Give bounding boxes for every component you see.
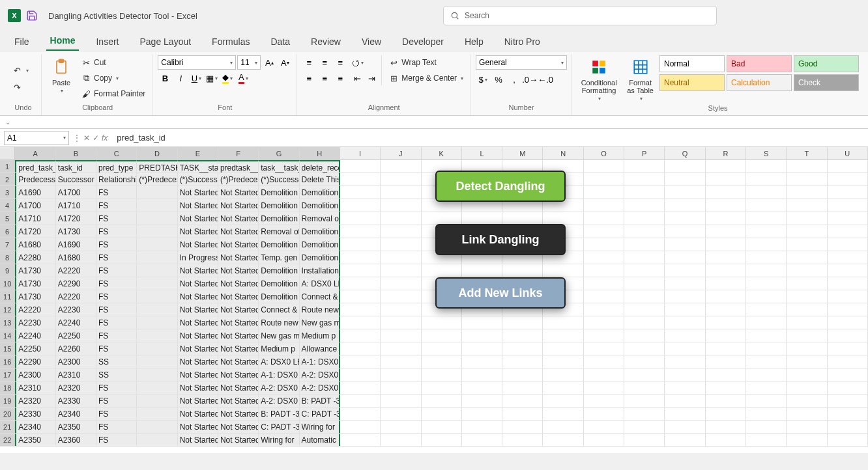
- cell[interactable]: A2220: [56, 290, 96, 303]
- cell[interactable]: [665, 199, 705, 212]
- cell[interactable]: [706, 290, 746, 303]
- cell[interactable]: [787, 381, 827, 394]
- cell[interactable]: [746, 421, 787, 433]
- cell[interactable]: [624, 264, 665, 277]
- cell[interactable]: [665, 303, 705, 316]
- cell[interactable]: [665, 329, 705, 342]
- cell[interactable]: [746, 303, 787, 316]
- cell[interactable]: Successor: [56, 173, 96, 186]
- cell[interactable]: A2330: [56, 394, 96, 407]
- cell[interactable]: FS: [96, 342, 137, 355]
- cell[interactable]: [137, 408, 177, 420]
- link-dangling-button[interactable]: Link Dangling: [435, 224, 566, 255]
- col-header-K[interactable]: K: [422, 147, 462, 159]
- cell[interactable]: [543, 264, 583, 277]
- cell[interactable]: [137, 316, 177, 329]
- cell[interactable]: A2240: [56, 316, 96, 329]
- cell[interactable]: [787, 238, 827, 251]
- cell[interactable]: Not Started: [178, 381, 218, 394]
- cell[interactable]: Relationship: [96, 173, 137, 186]
- cell[interactable]: [462, 394, 502, 407]
- cell[interactable]: Not Started: [218, 381, 259, 394]
- cell[interactable]: Not Started: [178, 186, 218, 199]
- formula-input[interactable]: pred_task_id: [111, 133, 868, 143]
- cell[interactable]: A2300: [56, 355, 96, 368]
- cell[interactable]: [422, 394, 462, 407]
- shrink-font-button[interactable]: A▾: [278, 55, 292, 70]
- cell[interactable]: Demolition: [300, 225, 340, 238]
- cell[interactable]: [502, 368, 543, 381]
- cell[interactable]: [787, 421, 827, 433]
- row-header[interactable]: 13: [0, 316, 15, 329]
- cell[interactable]: A2310: [15, 381, 55, 394]
- cell[interactable]: [381, 212, 421, 225]
- cell[interactable]: [381, 342, 421, 355]
- cell[interactable]: Wiring for: [300, 421, 340, 433]
- cell[interactable]: Not Started: [178, 199, 218, 212]
- fx-dropdown-icon[interactable]: ⋮: [73, 133, 81, 143]
- cell[interactable]: [665, 264, 705, 277]
- cell[interactable]: Not Started: [178, 355, 218, 368]
- row-header[interactable]: 10: [0, 277, 15, 290]
- cell[interactable]: Not Started: [218, 394, 259, 407]
- cell[interactable]: A2250: [56, 329, 96, 342]
- cell[interactable]: [340, 186, 381, 199]
- tab-insert[interactable]: Insert: [92, 34, 123, 51]
- increase-indent-button[interactable]: ⇥: [364, 71, 379, 85]
- cell[interactable]: [787, 225, 827, 238]
- cell[interactable]: SS: [96, 368, 137, 381]
- cell[interactable]: A2340: [56, 408, 96, 420]
- col-header-Q[interactable]: Q: [665, 147, 705, 159]
- col-header-C[interactable]: C: [96, 147, 137, 159]
- cell[interactable]: [746, 394, 787, 407]
- cell[interactable]: Not Started: [218, 355, 259, 368]
- cell[interactable]: Medium p: [300, 329, 340, 342]
- cell[interactable]: A2280: [15, 251, 55, 264]
- cell[interactable]: Connect &: [259, 303, 299, 316]
- underline-button[interactable]: U▾: [189, 71, 203, 85]
- cell[interactable]: Not Started: [218, 212, 259, 225]
- grow-font-button[interactable]: A▴: [262, 55, 276, 70]
- cell[interactable]: A1700: [15, 199, 55, 212]
- cell[interactable]: [746, 408, 787, 420]
- align-center-button[interactable]: ≡: [317, 71, 332, 85]
- cell[interactable]: pred_task_id: [15, 160, 55, 173]
- borders-button[interactable]: ▦▾: [205, 71, 219, 85]
- cell[interactable]: predtask__task_name: [218, 160, 259, 173]
- cell[interactable]: A2230: [56, 303, 96, 316]
- cell[interactable]: Route new: [300, 303, 340, 316]
- cell[interactable]: [665, 160, 705, 173]
- merge-center-button[interactable]: ⊞Merge & Center▾: [386, 71, 466, 85]
- col-header-B[interactable]: B: [56, 147, 96, 159]
- cell[interactable]: [624, 316, 665, 329]
- cell[interactable]: [624, 186, 665, 199]
- row-header[interactable]: 17: [0, 368, 15, 381]
- decrease-indent-button[interactable]: ⇤: [350, 71, 364, 85]
- cell[interactable]: task__task_name: [259, 160, 299, 173]
- cell[interactable]: A2260: [56, 342, 96, 355]
- cell[interactable]: [584, 329, 624, 342]
- cell[interactable]: [340, 225, 381, 238]
- cell[interactable]: [828, 186, 868, 199]
- cell[interactable]: [340, 434, 381, 446]
- cell[interactable]: [584, 316, 624, 329]
- cell[interactable]: A2230: [15, 316, 55, 329]
- cell[interactable]: [706, 264, 746, 277]
- row-header[interactable]: 18: [0, 381, 15, 394]
- cell[interactable]: A2360: [56, 434, 96, 446]
- cell[interactable]: [828, 434, 868, 446]
- cell[interactable]: [340, 251, 381, 264]
- cell[interactable]: [543, 316, 583, 329]
- cell[interactable]: Not Started: [218, 303, 259, 316]
- row-header[interactable]: 15: [0, 342, 15, 355]
- cell[interactable]: [787, 368, 827, 381]
- cell[interactable]: [543, 421, 583, 433]
- cell[interactable]: [381, 186, 421, 199]
- cell[interactable]: [422, 342, 462, 355]
- cell[interactable]: [828, 342, 868, 355]
- cell[interactable]: [340, 303, 381, 316]
- cell[interactable]: [462, 368, 502, 381]
- cell[interactable]: [381, 394, 421, 407]
- cell[interactable]: [381, 316, 421, 329]
- col-header-F[interactable]: F: [218, 147, 259, 159]
